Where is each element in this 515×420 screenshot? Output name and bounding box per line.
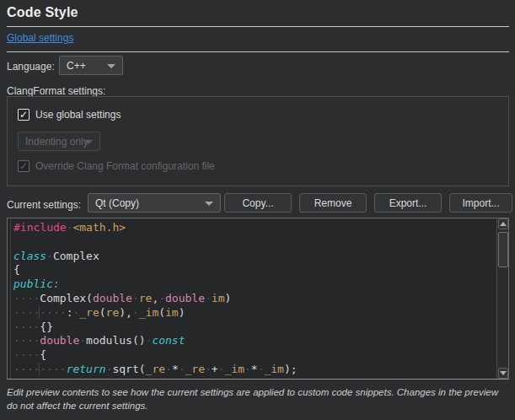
clangformat-settings-label: ClangFormat settings:	[7, 85, 105, 97]
code-line: {	[13, 263, 495, 277]
export-button[interactable]: Export...	[374, 193, 442, 213]
language-select-value: C++	[67, 60, 86, 72]
code-line: ····{}	[13, 320, 495, 335]
chevron-down-icon	[107, 64, 115, 68]
override-config-checkbox: ✓ Override Clang Format configuration fi…	[18, 160, 215, 172]
code-line: ········return·sqrt(_re·*·_re·+·_im·*·_i…	[13, 363, 495, 377]
code-preview-editor[interactable]: #include·<math.h>class·Complex{public:··…	[7, 218, 509, 380]
page-title: Code Style	[7, 5, 78, 20]
code-content[interactable]: #include·<math.h>class·Complex{public:··…	[13, 221, 495, 377]
current-settings-label: Current settings:	[7, 199, 81, 211]
remove-button[interactable]: Remove	[299, 193, 367, 213]
triangle-down-icon	[500, 371, 507, 375]
checkbox-checked-icon: ✓	[18, 160, 30, 172]
chevron-down-icon	[84, 140, 93, 144]
code-line: ····Complex(double·re,·double·im)	[13, 292, 495, 306]
current-settings-select[interactable]: Qt (Copy)	[88, 193, 221, 213]
triangle-up-icon	[500, 222, 507, 226]
global-settings-link[interactable]: Global settings	[7, 32, 73, 44]
language-label: Language:	[7, 61, 55, 73]
import-button[interactable]: Import...	[449, 193, 512, 213]
use-global-settings-checkbox[interactable]: ✓ Use global settings	[18, 109, 121, 121]
use-global-settings-label: Use global settings	[35, 109, 121, 121]
code-line: ····{	[13, 348, 495, 363]
link-divider	[7, 51, 509, 52]
code-style-settings-page: Code Style Global settings Language: C++…	[0, 0, 515, 420]
editor-margin-line	[10, 218, 11, 379]
vertical-scrollbar[interactable]	[496, 218, 508, 379]
code-line: #include·<math.h>	[13, 221, 495, 235]
override-config-label: Override Clang Format configuration file	[35, 160, 215, 172]
clangformat-mode-value: Indenting only	[25, 136, 89, 148]
code-line: ········:·_re(re),·_im(im)	[13, 306, 495, 320]
copy-button[interactable]: Copy...	[224, 193, 292, 213]
code-line: class·Complex	[13, 250, 495, 264]
code-line: public:	[13, 277, 495, 292]
scroll-up-button[interactable]	[498, 218, 508, 229]
chevron-down-icon	[205, 202, 213, 206]
title-divider	[7, 26, 509, 27]
footer-hint-text: Edit preview contents to see how the cur…	[7, 385, 511, 413]
current-settings-value: Qt (Copy)	[95, 197, 139, 209]
checkbox-checked-icon[interactable]: ✓	[18, 109, 30, 121]
scrollbar-thumb[interactable]	[498, 232, 508, 267]
language-select[interactable]: C++	[59, 56, 123, 75]
clangformat-mode-select: Indenting only	[18, 132, 100, 151]
code-line	[13, 235, 495, 250]
scroll-down-button[interactable]	[498, 368, 508, 379]
code-line: ····double·modulus()·const	[13, 334, 495, 348]
